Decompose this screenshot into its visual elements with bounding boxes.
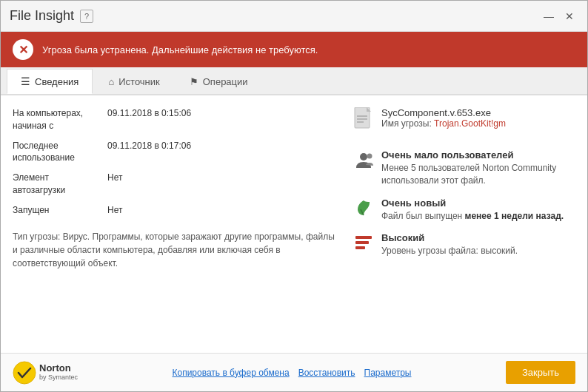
alert-bar: ✕ Угроза была устранена. Дальнейшие дейс…: [1, 32, 587, 67]
tab-details-label: Сведения: [35, 76, 78, 87]
norton-subtitle: by Symantec: [39, 374, 78, 382]
threat-name-label: Имя угрозы: Trojan.GootKit!gm: [381, 118, 506, 129]
high-threat-icon: [353, 232, 374, 253]
value-last-used: 09.11.2018 в 0:17:06: [107, 140, 191, 165]
svg-point-6: [367, 154, 372, 159]
label-last-used: Последнееиспользование: [13, 140, 101, 165]
tab-operations[interactable]: ⚑ Операции: [176, 69, 262, 94]
norton-text: Norton by Symantec: [39, 363, 78, 381]
footer-links: Копировать в буфер обмена Восстановить П…: [172, 368, 411, 378]
close-window-button[interactable]: ✕: [561, 10, 578, 23]
info-row-last-used: Последнееиспользование 09.11.2018 в 0:17…: [13, 140, 335, 165]
link-copy-clipboard[interactable]: Копировать в буфер обмена: [172, 368, 289, 378]
tab-operations-label: Операции: [203, 76, 248, 87]
help-button[interactable]: ?: [80, 10, 93, 23]
threat-name-link[interactable]: Trojan.GootKit!gm: [434, 118, 506, 129]
close-button[interactable]: Закрыть: [506, 361, 575, 384]
insight-new: Очень новый Файл был выпущен менее 1 нед…: [353, 197, 575, 223]
alert-x-icon: ✕: [19, 43, 28, 57]
info-row-running: Запущен Нет: [13, 204, 335, 217]
tab-details-icon: ☰: [21, 75, 30, 87]
insight-high-text: Высокий Уровень угрозы файла: высокий.: [381, 232, 518, 257]
footer-left: Norton by Symantec: [13, 361, 78, 385]
insight-high-title: Высокий: [381, 232, 518, 243]
threat-type-description: Тип угрозы: Вирус. Программы, которые за…: [13, 230, 335, 270]
file-document-icon: [353, 107, 374, 136]
link-settings[interactable]: Параметры: [364, 368, 412, 378]
alert-message: Угроза была устранена. Дальнейшие действ…: [42, 44, 318, 55]
insight-users-text: Очень мало пользователей Менее 5 пользов…: [381, 149, 556, 187]
insight-high: Высокий Уровень угрозы файла: высокий.: [353, 232, 575, 257]
window-title: File Insight: [10, 8, 74, 24]
title-bar-controls: — ✕: [540, 10, 578, 23]
insight-new-title: Очень новый: [381, 197, 564, 209]
left-panel: На компьютерах,начиная с 09.11.2018 в 0:…: [13, 107, 335, 341]
footer: Norton by Symantec Копировать в буфер об…: [1, 353, 587, 391]
tab-source-icon: ⌂: [108, 76, 114, 87]
tab-operations-icon: ⚑: [190, 76, 198, 87]
insight-new-text: Очень новый Файл был выпущен менее 1 нед…: [381, 197, 564, 223]
label-running: Запущен: [13, 204, 101, 217]
norton-checkmark-icon: [13, 361, 36, 385]
leaf-icon: [353, 197, 374, 218]
file-header: SycComponent.v.653.exe Имя угрозы: Troja…: [353, 107, 575, 136]
title-bar-left: File Insight ?: [10, 8, 93, 24]
norton-logo: Norton by Symantec: [13, 361, 78, 385]
right-panel: SycComponent.v.653.exe Имя угрозы: Troja…: [353, 107, 575, 341]
insight-new-desc: Файл был выпущен менее 1 недели назад.: [381, 210, 564, 223]
value-running: Нет: [107, 204, 122, 217]
info-row-since: На компьютерах,начиная с 09.11.2018 в 0:…: [13, 107, 335, 132]
label-autoload: Элементавтозагрузки: [13, 172, 101, 197]
tab-source-label: Источник: [118, 76, 160, 87]
svg-point-8: [13, 362, 36, 384]
insight-users-title: Очень мало пользователей: [381, 149, 556, 160]
value-since: 09.11.2018 в 0:15:06: [107, 107, 191, 132]
svg-point-5: [360, 153, 367, 160]
title-bar: File Insight ? — ✕: [1, 1, 587, 32]
tab-source[interactable]: ⌂ Источник: [94, 69, 173, 94]
tab-details[interactable]: ☰ Сведения: [7, 69, 93, 94]
insight-users-desc: Менее 5 пользователей Norton Communityис…: [381, 162, 556, 187]
minimize-button[interactable]: —: [540, 10, 558, 23]
lines-icon: [355, 236, 372, 249]
file-name: SycComponent.v.653.exe: [381, 107, 506, 118]
tabs-bar: ☰ Сведения ⌂ Источник ⚑ Операции: [1, 67, 587, 95]
content-area: На компьютерах,начиная с 09.11.2018 в 0:…: [1, 95, 587, 353]
value-autoload: Нет: [107, 172, 122, 197]
insight-high-desc: Уровень угрозы файла: высокий.: [381, 245, 518, 257]
users-icon: [353, 149, 374, 170]
info-row-autoload: Элементавтозагрузки Нет: [13, 172, 335, 197]
label-since: На компьютерах,начиная с: [13, 107, 101, 132]
insight-users: Очень мало пользователей Менее 5 пользов…: [353, 149, 575, 187]
link-restore[interactable]: Восстановить: [298, 368, 355, 378]
alert-icon: ✕: [13, 39, 33, 60]
norton-name: Norton: [39, 363, 78, 374]
main-window: File Insight ? — ✕ ✕ Угроза была устране…: [0, 0, 588, 392]
file-info: SycComponent.v.653.exe Имя угрозы: Troja…: [381, 107, 506, 129]
